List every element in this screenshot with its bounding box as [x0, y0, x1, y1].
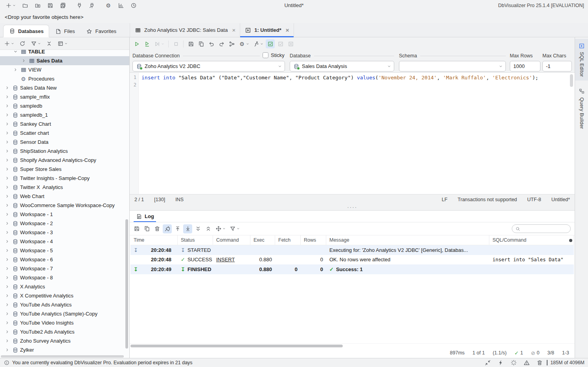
tree-item[interactable]: sampledb_1: [0, 110, 129, 119]
copy-result-button[interactable]: [197, 39, 206, 48]
tree-item[interactable]: Twitter X Analytics: [0, 183, 129, 192]
chevron-right-icon[interactable]: [4, 86, 10, 90]
tree-item[interactable]: Workspace - 5: [0, 246, 129, 255]
favorites-drop-bar[interactable]: <Drop your favorite objects here>: [0, 11, 588, 23]
column-header[interactable]: Command: [213, 235, 250, 245]
chevron-right-icon[interactable]: [4, 221, 10, 226]
chevron-right-icon[interactable]: [4, 294, 10, 298]
tree-item[interactable]: X Competitive Analytics: [0, 291, 129, 300]
charts-button[interactable]: [116, 1, 125, 10]
explain-button[interactable]: [227, 39, 236, 48]
chevron-right-icon[interactable]: [4, 140, 10, 144]
chevron-right-icon[interactable]: [4, 275, 10, 280]
schema-select[interactable]: [399, 61, 506, 72]
max-rows-input[interactable]: [510, 61, 540, 72]
clear-log-button[interactable]: [153, 224, 162, 233]
code-area[interactable]: insert into "Sales Data" ("Date","Custom…: [139, 73, 575, 194]
column-header[interactable]: Rows: [301, 235, 326, 245]
chevron-right-icon[interactable]: [4, 248, 10, 253]
scroll-bottom-button[interactable]: [183, 224, 192, 233]
tree-item[interactable]: ShipStation Analytics: [0, 147, 129, 156]
chevron-right-icon[interactable]: [4, 339, 10, 343]
sidebar-tab-files[interactable]: Files: [49, 26, 80, 37]
execute-settings-button[interactable]: [252, 39, 265, 48]
tree-item[interactable]: sample_mflix: [0, 92, 129, 101]
chevron-right-icon[interactable]: [4, 194, 10, 198]
sidebar-tab-databases[interactable]: Databases: [3, 25, 49, 37]
sticky-checkbox[interactable]: Sticky: [263, 52, 285, 58]
spinner-button[interactable]: [509, 358, 518, 367]
splitter-handle-icon[interactable]: ····: [347, 205, 357, 209]
scroll-top-button[interactable]: [173, 224, 182, 233]
tab-sql-editor[interactable]: SQL Editor: [575, 39, 588, 81]
scrollbar-thumb[interactable]: [130, 345, 343, 347]
chevron-right-icon[interactable]: [4, 303, 10, 307]
column-header[interactable]: Time: [130, 235, 178, 245]
column-header[interactable]: Exec: [250, 235, 275, 245]
save-all-button[interactable]: [58, 1, 67, 10]
chevron-right-icon[interactable]: [4, 185, 10, 189]
fit-columns-button[interactable]: [214, 224, 227, 233]
warning-button[interactable]: [522, 358, 531, 367]
tree-hscrollbar[interactable]: [1, 355, 124, 358]
tree-item[interactable]: sampledb: [0, 101, 129, 110]
column-options-dot[interactable]: [569, 239, 572, 242]
chevron-right-icon[interactable]: [4, 348, 10, 352]
tree-item[interactable]: Scatter chart: [0, 128, 129, 138]
filter-log-button[interactable]: [228, 224, 241, 233]
chevron-right-icon[interactable]: [4, 203, 10, 207]
database-connection-select[interactable]: Zoho Analytics V2 JDBC: [132, 61, 285, 72]
tree-item[interactable]: Workspace - 1: [0, 210, 129, 219]
refresh-button[interactable]: [18, 39, 27, 48]
tree-item[interactable]: Super Store Sales: [0, 165, 129, 174]
log-search-input[interactable]: [522, 226, 568, 231]
collapse-all-button[interactable]: [44, 39, 53, 48]
chevron-right-icon[interactable]: [4, 104, 10, 108]
chevron-right-icon[interactable]: [4, 176, 10, 180]
tree-item[interactable]: YouTube Analytics (Sample)-Copy: [0, 309, 129, 318]
chevron-right-icon[interactable]: [4, 95, 10, 99]
settings-button[interactable]: ⚙: [104, 1, 113, 10]
save-button[interactable]: [46, 1, 55, 10]
tail-log-button[interactable]: [163, 224, 172, 233]
tab-log[interactable]: Log: [134, 211, 156, 222]
chevron-right-icon[interactable]: [4, 239, 10, 244]
sql-editor[interactable]: 12 insert into "Sales Data" ("Date","Cus…: [130, 72, 575, 195]
chevron-right-icon[interactable]: [4, 158, 10, 162]
column-header[interactable]: Fetch: [275, 235, 301, 245]
copy-log-button[interactable]: [142, 224, 151, 233]
tree-item[interactable]: X Analytics: [0, 282, 129, 291]
chevron-right-icon[interactable]: [4, 321, 10, 325]
tree-item[interactable]: Zoho Survey Analytics: [0, 336, 129, 345]
tree-item[interactable]: WooCommerce Sample Workspace-Copy: [0, 201, 129, 210]
execute-button[interactable]: [132, 39, 141, 48]
tree-item[interactable]: YouTube2 Ads Analytics: [0, 327, 129, 336]
tree-item[interactable]: YouTube Video Insights: [0, 318, 129, 327]
chevron-right-icon[interactable]: [4, 122, 10, 126]
open-object-button[interactable]: [56, 39, 69, 48]
log-row[interactable]: 20:20:48✓SUCCESSINSERT0.8800OK. No rows …: [130, 255, 574, 265]
chevron-right-icon[interactable]: [4, 149, 10, 153]
tree-item[interactable]: Sankey Chart: [0, 119, 129, 128]
column-header[interactable]: Message: [326, 235, 489, 245]
close-icon[interactable]: ×: [286, 27, 289, 33]
autocommit-button[interactable]: [266, 39, 275, 48]
tree-item[interactable]: Workspace - 3: [0, 228, 129, 237]
chevron-right-icon[interactable]: [12, 68, 18, 72]
tree-item[interactable]: VIEW: [0, 65, 129, 74]
chevron-right-icon[interactable]: [4, 212, 10, 217]
export-result-button[interactable]: [186, 39, 195, 48]
chevron-right-icon[interactable]: [4, 131, 10, 135]
connect-button[interactable]: [75, 1, 84, 10]
collapse-rows-button[interactable]: [204, 224, 213, 233]
tree-item[interactable]: Twitter Insights - Sample-Copy: [0, 174, 129, 183]
log-row[interactable]: ↧20:20:48↧STARTEDExecuting for: 'Zoho An…: [130, 245, 574, 255]
new-button[interactable]: [4, 1, 17, 10]
chevron-right-icon[interactable]: [4, 284, 10, 289]
tree-item[interactable]: Sensor Data: [0, 138, 129, 147]
log-search[interactable]: [512, 224, 571, 233]
bolt-button[interactable]: [496, 358, 505, 367]
chevron-right-icon[interactable]: [4, 113, 10, 117]
expand-rows-button[interactable]: [193, 224, 202, 233]
editor-scrollbar[interactable]: [570, 74, 573, 87]
